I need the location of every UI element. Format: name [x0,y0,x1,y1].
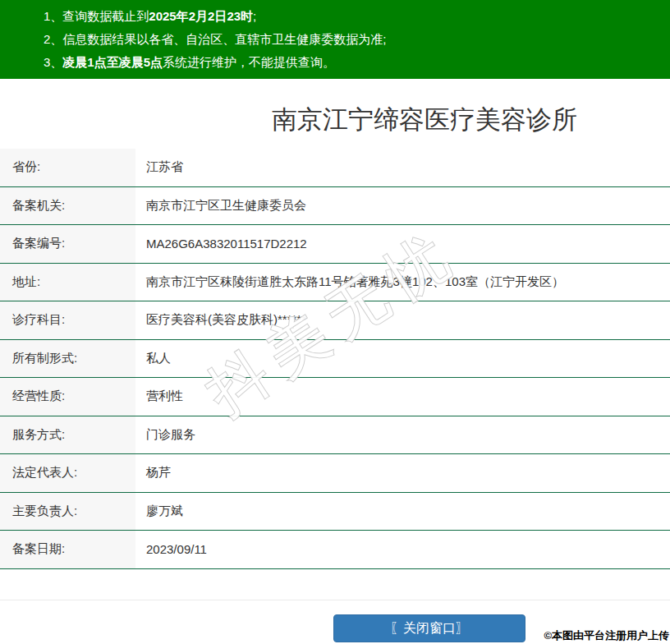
row-value: 南京市江宁区卫生健康委员会 [135,187,670,225]
table-row-province: 省份:江苏省 [0,149,670,187]
row-value: 杨芹 [135,454,670,492]
row-label: 所有制形式: [0,340,135,378]
row-value: 2023/09/11 [135,531,670,568]
notice-text-bold: 凌晨1点至凌晨5点 [62,55,163,69]
row-label: 备案日期: [0,531,135,568]
row-label: 法定代表人: [0,454,135,492]
row-label: 服务方式: [0,416,135,454]
notice-text: 3、 [44,55,62,69]
table-row-legal-representative: 法定代表人:杨芹 [0,454,670,493]
row-label: 备案编号: [0,225,135,263]
row-label: 地址: [0,264,135,301]
row-value: MA26G6A3832011517D2212 [135,225,670,263]
row-label: 经营性质: [0,378,135,416]
table-row-authority: 备案机关:南京市江宁区卫生健康委员会 [0,187,670,226]
info-table: 省份:江苏省 备案机关:南京市江宁区卫生健康委员会 备案编号:MA26G6A38… [0,149,670,569]
notice-text: ; [253,9,256,23]
notice-line-1: 1、查询数据截止到2025年2月2日23时; [44,5,662,28]
table-row-address: 地址:南京市江宁区秣陵街道胜太东路11号铭著雅苑3幢102、103室（江宁开发区… [0,264,670,302]
row-value: 江苏省 [135,149,670,186]
row-label: 备案机关: [0,187,135,225]
notice-bar: 1、查询数据截止到2025年2月2日23时; 2、信息数据结果以各省、自治区、直… [0,0,670,79]
notice-text: 1、查询数据截止到 [44,9,149,23]
table-row-departments: 诊疗科目:医疗美容科(美容皮肤科)****** [0,301,670,340]
row-value: 营利性 [135,378,670,416]
notice-text-bold: 2025年2月2日23时 [149,9,253,23]
notice-text: 2、信息数据结果以各省、自治区、直辖市卫生健康委数据为准; [44,32,387,46]
footer-divider [0,600,670,600]
notice-line-3: 3、凌晨1点至凌晨5点系统进行维护，不能提供查询。 [44,51,662,74]
table-row-service-mode: 服务方式:门诊服务 [0,416,670,455]
notice-text: 系统进行维护，不能提供查询。 [163,55,335,69]
page-title: 南京江宁缔容医疗美容诊所 [272,103,577,137]
row-value: 医疗美容科(美容皮肤科)****** [135,301,670,339]
row-label: 主要负责人: [0,493,135,531]
row-value: 私人 [135,340,670,378]
row-label: 省份: [0,149,135,186]
row-value: 南京市江宁区秣陵街道胜太东路11号铭著雅苑3幢102、103室（江宁开发区） [135,264,670,301]
table-row-person-in-charge: 主要负责人:廖万斌 [0,493,670,531]
table-row-record-number: 备案编号:MA26G6A3832011517D2212 [0,225,670,264]
table-row-record-date: 备案日期:2023/09/11 [0,531,670,569]
row-value: 廖万斌 [135,493,670,531]
upload-credit-watermark: ©本图由平台注册用户上传 [544,628,669,643]
close-window-button[interactable]: 〖关闭窗口〗 [333,614,525,642]
row-label: 诊疗科目: [0,301,135,339]
row-value: 门诊服务 [135,416,670,454]
table-row-ownership: 所有制形式:私人 [0,340,670,379]
notice-line-2: 2、信息数据结果以各省、自治区、直辖市卫生健康委数据为准; [44,28,662,51]
table-row-operation-nature: 经营性质:营利性 [0,378,670,416]
